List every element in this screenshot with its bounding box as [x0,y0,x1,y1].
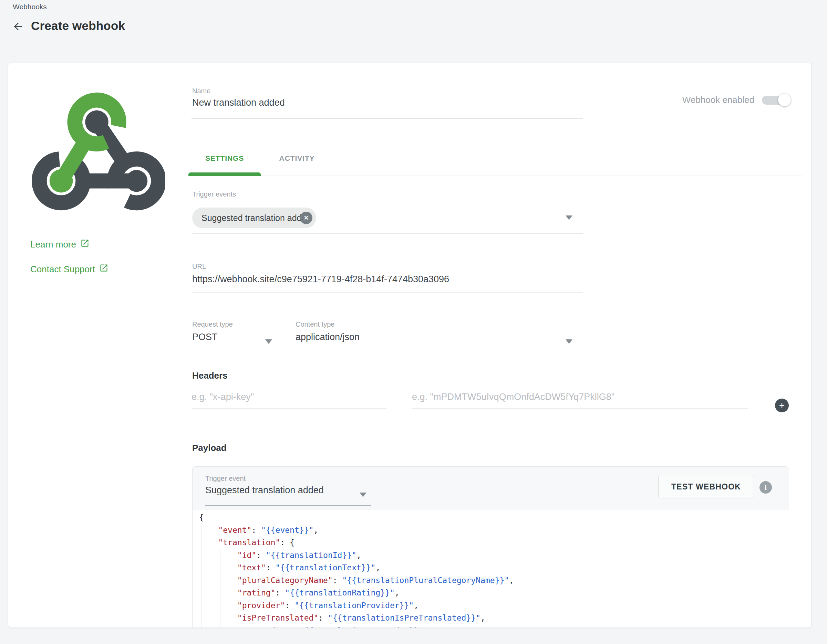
url-input[interactable]: https://webhook.site/c9e75921-7719-4f28-… [192,274,449,285]
chip-remove-button[interactable]: × [300,212,312,224]
payload-trigger-event-dropdown-icon[interactable] [360,493,367,497]
content-type-underline [295,348,579,348]
content-type-select[interactable]: application/json [295,332,360,342]
chip-label: Suggested translation added [201,213,311,223]
tab-active-indicator [189,173,261,176]
content-type-label: Content type [295,320,334,328]
payload-trigger-event-select[interactable]: Suggested translation added [205,485,324,496]
back-button[interactable] [11,20,25,33]
webhook-card: Learn more Contact Support Name New tran… [8,63,811,627]
request-type-dropdown-icon[interactable] [265,339,272,344]
webhook-enabled-toggle[interactable] [762,96,790,105]
payload-trigger-event-label: Trigger event [205,474,246,482]
content-type-dropdown-icon[interactable] [566,339,573,344]
name-input[interactable]: New translation added [192,97,285,108]
external-link-icon [99,263,109,275]
contact-support-link[interactable]: Contact Support [30,263,109,275]
trigger-event-chip: Suggested translation added × [192,208,316,228]
info-glyph: i [765,483,767,492]
request-type-label: Request type [192,320,233,328]
url-underline [192,292,583,292]
learn-more-label: Learn more [30,239,76,250]
trigger-events-dropdown-icon[interactable] [566,215,573,220]
webhook-enabled-row: Webhook enabled [682,95,790,105]
external-link-icon [80,238,90,250]
webhook-logo-icon [28,83,165,221]
request-type-underline [192,348,276,348]
toggle-knob [778,93,791,106]
contact-support-label: Contact Support [30,264,95,275]
header-key-input[interactable] [192,392,387,409]
add-header-button[interactable]: + [775,398,789,412]
header-value-input[interactable] [412,392,748,409]
indent-guide [220,548,220,627]
tab-activity[interactable]: ACTIVITY [261,152,333,173]
tab-bar: SETTINGS ACTIVITY [189,152,333,173]
test-webhook-button[interactable]: TEST WEBHOOK [658,475,754,498]
name-label: Name [192,87,211,95]
create-webhook-page: Webhooks Create webhook Learn more [0,0,827,644]
url-label: URL [192,263,206,271]
learn-more-link[interactable]: Learn more [30,238,90,250]
close-icon: × [304,214,309,222]
breadcrumb: Webhooks [13,3,47,11]
trigger-events-label: Trigger events [192,190,236,198]
tab-settings[interactable]: SETTINGS [189,152,261,173]
arrow-left-icon [12,28,24,33]
name-underline [192,118,583,119]
request-type-select[interactable]: POST [192,332,218,342]
page-title: Create webhook [31,19,125,33]
headers-heading: Headers [192,370,228,381]
payload-panel: Trigger event Suggested translation adde… [192,467,789,627]
payload-trigger-event-underline [205,505,371,506]
payload-heading: Payload [192,443,227,453]
tab-divider [189,176,802,176]
payload-code[interactable]: { "event": "{{event}}", "translation": {… [192,509,789,627]
trigger-events-underline [192,233,583,234]
info-icon[interactable]: i [760,481,772,493]
indent-guide [201,523,201,627]
plus-icon: + [779,400,785,411]
webhook-enabled-label: Webhook enabled [682,95,754,105]
